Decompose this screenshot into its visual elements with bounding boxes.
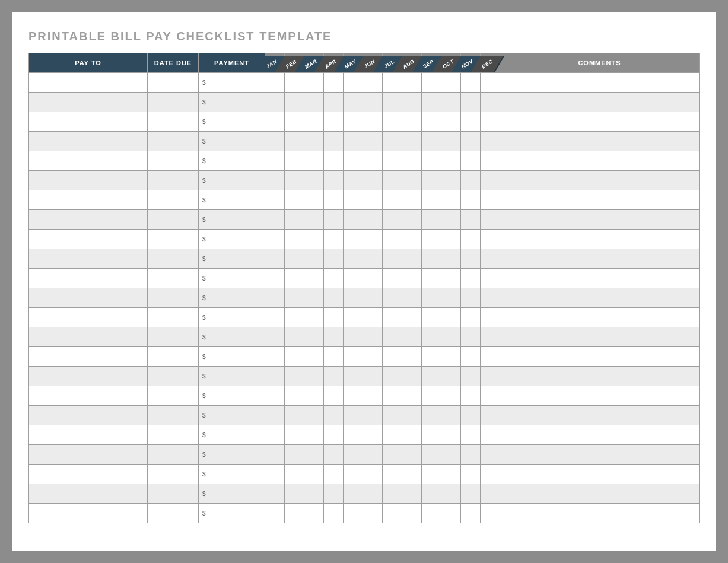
cell-month-check[interactable]	[344, 367, 363, 386]
cell-month-check[interactable]	[363, 425, 383, 445]
cell-month-check[interactable]	[383, 190, 402, 210]
cell-month-check[interactable]	[402, 484, 422, 504]
cell-month-check[interactable]	[363, 269, 383, 288]
cell-month-check[interactable]	[363, 465, 383, 484]
cell-payment[interactable]: $	[199, 151, 265, 171]
cell-datedue[interactable]	[148, 93, 199, 112]
cell-month-check[interactable]	[402, 347, 422, 367]
cell-month-check[interactable]	[304, 386, 324, 406]
cell-month-check[interactable]	[285, 132, 304, 151]
cell-month-check[interactable]	[324, 132, 344, 151]
cell-month-check[interactable]	[344, 347, 363, 367]
cell-month-check[interactable]	[344, 504, 363, 523]
cell-month-check[interactable]	[285, 425, 304, 445]
cell-month-check[interactable]	[304, 249, 324, 269]
cell-payment[interactable]: $	[199, 484, 265, 504]
cell-month-check[interactable]	[461, 132, 481, 151]
cell-month-check[interactable]	[422, 112, 441, 132]
cell-month-check[interactable]	[402, 367, 422, 386]
cell-month-check[interactable]	[422, 425, 441, 445]
cell-datedue[interactable]	[148, 386, 199, 406]
cell-month-check[interactable]	[324, 327, 344, 347]
cell-month-check[interactable]	[422, 484, 441, 504]
cell-month-check[interactable]	[441, 288, 461, 308]
cell-month-check[interactable]	[344, 445, 363, 465]
cell-month-check[interactable]	[402, 93, 422, 112]
cell-month-check[interactable]	[383, 288, 402, 308]
cell-month-check[interactable]	[441, 425, 461, 445]
cell-month-check[interactable]	[461, 327, 481, 347]
cell-datedue[interactable]	[148, 327, 199, 347]
cell-month-check[interactable]	[422, 327, 441, 347]
cell-month-check[interactable]	[402, 132, 422, 151]
cell-month-check[interactable]	[304, 171, 324, 190]
cell-month-check[interactable]	[344, 73, 363, 93]
cell-datedue[interactable]	[148, 73, 199, 93]
cell-month-check[interactable]	[344, 132, 363, 151]
cell-month-check[interactable]	[383, 249, 402, 269]
cell-comments[interactable]	[500, 484, 700, 504]
cell-month-check[interactable]	[383, 112, 402, 132]
cell-payment[interactable]: $	[199, 465, 265, 484]
cell-month-check[interactable]	[285, 151, 304, 171]
cell-month-check[interactable]	[324, 73, 344, 93]
cell-month-check[interactable]	[265, 93, 285, 112]
cell-comments[interactable]	[500, 151, 700, 171]
cell-month-check[interactable]	[304, 406, 324, 425]
cell-payment[interactable]: $	[199, 425, 265, 445]
cell-month-check[interactable]	[285, 112, 304, 132]
cell-month-check[interactable]	[265, 151, 285, 171]
cell-month-check[interactable]	[481, 445, 500, 465]
cell-comments[interactable]	[500, 73, 700, 93]
cell-month-check[interactable]	[324, 93, 344, 112]
cell-month-check[interactable]	[422, 269, 441, 288]
cell-comments[interactable]	[500, 347, 700, 367]
cell-month-check[interactable]	[481, 484, 500, 504]
cell-month-check[interactable]	[324, 465, 344, 484]
cell-month-check[interactable]	[265, 347, 285, 367]
cell-payment[interactable]: $	[199, 230, 265, 249]
cell-payment[interactable]: $	[199, 327, 265, 347]
cell-month-check[interactable]	[441, 230, 461, 249]
cell-comments[interactable]	[500, 465, 700, 484]
cell-month-check[interactable]	[363, 171, 383, 190]
cell-month-check[interactable]	[285, 288, 304, 308]
cell-month-check[interactable]	[402, 386, 422, 406]
cell-month-check[interactable]	[304, 112, 324, 132]
cell-month-check[interactable]	[285, 93, 304, 112]
cell-month-check[interactable]	[402, 190, 422, 210]
cell-month-check[interactable]	[402, 406, 422, 425]
cell-month-check[interactable]	[304, 151, 324, 171]
cell-month-check[interactable]	[481, 151, 500, 171]
cell-month-check[interactable]	[481, 504, 500, 523]
cell-payto[interactable]	[29, 269, 148, 288]
cell-month-check[interactable]	[344, 112, 363, 132]
cell-month-check[interactable]	[481, 425, 500, 445]
cell-month-check[interactable]	[304, 308, 324, 327]
cell-month-check[interactable]	[285, 465, 304, 484]
cell-month-check[interactable]	[344, 151, 363, 171]
cell-month-check[interactable]	[344, 288, 363, 308]
cell-payment[interactable]: $	[199, 308, 265, 327]
cell-month-check[interactable]	[285, 406, 304, 425]
cell-month-check[interactable]	[285, 504, 304, 523]
cell-month-check[interactable]	[363, 151, 383, 171]
cell-month-check[interactable]	[441, 210, 461, 230]
cell-comments[interactable]	[500, 171, 700, 190]
cell-month-check[interactable]	[383, 269, 402, 288]
cell-month-check[interactable]	[265, 425, 285, 445]
cell-month-check[interactable]	[383, 406, 402, 425]
cell-month-check[interactable]	[461, 190, 481, 210]
cell-payto[interactable]	[29, 73, 148, 93]
cell-month-check[interactable]	[344, 465, 363, 484]
cell-month-check[interactable]	[481, 132, 500, 151]
cell-month-check[interactable]	[461, 93, 481, 112]
cell-month-check[interactable]	[265, 190, 285, 210]
cell-month-check[interactable]	[481, 347, 500, 367]
cell-month-check[interactable]	[304, 269, 324, 288]
cell-datedue[interactable]	[148, 269, 199, 288]
cell-month-check[interactable]	[285, 327, 304, 347]
cell-month-check[interactable]	[461, 288, 481, 308]
cell-datedue[interactable]	[148, 210, 199, 230]
cell-comments[interactable]	[500, 308, 700, 327]
